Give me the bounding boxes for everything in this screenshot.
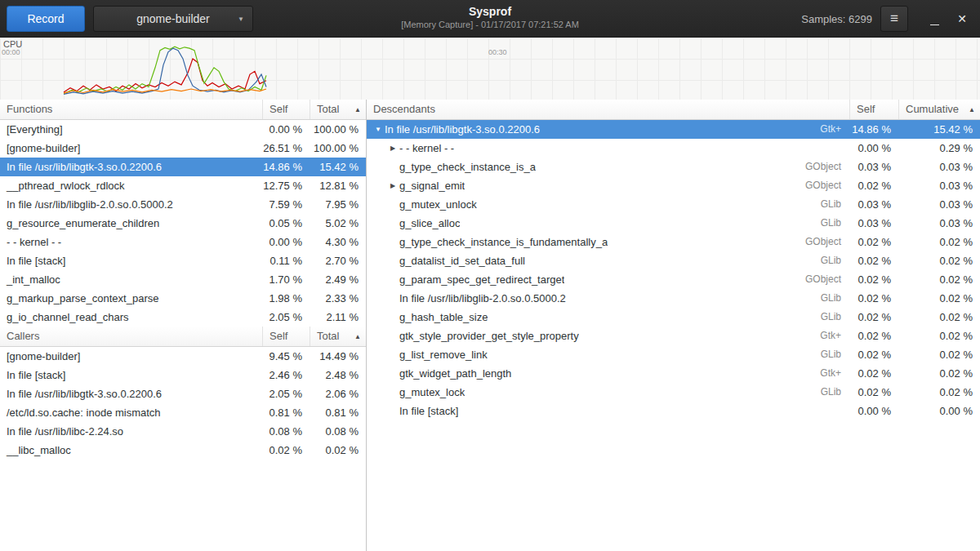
close-button[interactable]: ✕ bbox=[951, 7, 973, 30]
table-row[interactable]: In file /usr/lib/libgtk-3.so.0.2200.614.… bbox=[0, 158, 366, 176]
tree-row[interactable]: g_hash_table_sizeGLib0.02 %0.02 % bbox=[367, 308, 980, 327]
table-row[interactable]: [gnome-builder]9.45 %14.49 % bbox=[0, 347, 366, 366]
row-total-value: 100.00 % bbox=[310, 120, 366, 139]
tree-row[interactable]: g_type_check_instance_is_aGObject0.03 %0… bbox=[367, 158, 980, 176]
process-selector-dropdown[interactable]: gnome-builder ▼ bbox=[93, 6, 253, 32]
functions-table-header: Functions Self Total ▲ bbox=[0, 100, 366, 120]
row-cumulative-value: 0.03 % bbox=[898, 195, 980, 214]
cpu-graph-svg bbox=[0, 38, 980, 100]
minimize-button[interactable] bbox=[923, 7, 946, 30]
tree-row-name-cell: ▼In file /usr/lib/libgtk-3.so.0.2200.6Gt… bbox=[367, 120, 849, 139]
row-function-name: In file /usr/lib/libc-2.24.so bbox=[0, 422, 262, 441]
column-header-self[interactable]: Self bbox=[262, 327, 310, 346]
tree-row[interactable]: In file [stack]0.00 %0.00 % bbox=[367, 402, 980, 420]
tree-row[interactable]: g_type_check_instance_is_fundamentally_a… bbox=[367, 233, 980, 251]
row-total-value: 0.81 % bbox=[310, 403, 366, 422]
expander-expanded-icon[interactable]: ▼ bbox=[372, 120, 385, 139]
table-row[interactable]: g_io_channel_read_chars2.05 %2.11 % bbox=[0, 308, 366, 327]
row-category-label: Gtk+ bbox=[820, 120, 849, 139]
row-function-name: In file /usr/lib/libgtk-3.so.0.2200.6 bbox=[385, 120, 540, 139]
table-row[interactable]: __pthread_rwlock_rdlock12.75 %12.81 % bbox=[0, 176, 366, 195]
table-row[interactable]: _int_malloc1.70 %2.49 % bbox=[0, 270, 366, 289]
table-row[interactable]: [gnome-builder]26.51 %100.00 % bbox=[0, 139, 366, 158]
row-function-name: g_mutex_lock bbox=[399, 383, 465, 402]
row-function-name: g_type_check_instance_is_a bbox=[399, 158, 536, 176]
row-function-name: g_type_check_instance_is_fundamentally_a bbox=[399, 233, 608, 251]
left-pane: Functions Self Total ▲ [Everything]0.00 … bbox=[0, 100, 367, 551]
row-total-value: 2.06 % bbox=[310, 384, 366, 403]
tree-row[interactable]: ▼In file /usr/lib/libgtk-3.so.0.2200.6Gt… bbox=[367, 120, 980, 139]
row-function-name: g_markup_parse_context_parse bbox=[0, 289, 262, 308]
tree-row-name-cell: ▶g_signal_emitGObject bbox=[367, 176, 849, 195]
row-self-value: 0.02 % bbox=[849, 364, 898, 383]
row-function-name: In file /usr/lib/libglib-2.0.so.0.5000.2 bbox=[0, 195, 262, 214]
menu-button[interactable]: ≡ bbox=[880, 6, 908, 32]
table-row[interactable]: [Everything]0.00 %100.00 % bbox=[0, 120, 366, 139]
column-header-total[interactable]: Total ▲ bbox=[310, 100, 366, 119]
row-cumulative-value: 15.42 % bbox=[898, 120, 980, 139]
row-self-value: 1.70 % bbox=[262, 270, 310, 289]
row-cumulative-value: 0.03 % bbox=[898, 158, 980, 176]
tree-row[interactable]: ▶- - kernel - -0.00 %0.29 % bbox=[367, 139, 980, 158]
row-total-value: 5.02 % bbox=[310, 214, 366, 233]
descendants-table-header: Descendants Self Cumulative ▲ bbox=[367, 100, 980, 120]
record-button[interactable]: Record bbox=[7, 6, 85, 32]
row-category-label: Gtk+ bbox=[820, 364, 849, 383]
cpu-usage-graph[interactable]: CPU 00:00 00:30 bbox=[0, 38, 980, 100]
tree-row[interactable]: In file /usr/lib/libglib-2.0.so.0.5000.2… bbox=[367, 289, 980, 308]
table-row[interactable]: - - kernel - -0.00 %4.30 % bbox=[0, 233, 366, 251]
sort-indicator-icon: ▲ bbox=[354, 100, 361, 119]
row-self-value: 9.45 % bbox=[262, 347, 310, 366]
tree-row[interactable]: ▶g_signal_emitGObject0.02 %0.03 % bbox=[367, 176, 980, 195]
table-row[interactable]: g_markup_parse_context_parse1.98 %2.33 % bbox=[0, 289, 366, 308]
row-function-name: In file /usr/lib/libgtk-3.so.0.2200.6 bbox=[0, 384, 262, 403]
row-self-value: 2.05 % bbox=[262, 384, 310, 403]
table-row[interactable]: In file [stack]0.11 %2.70 % bbox=[0, 251, 366, 270]
row-function-name: g_datalist_id_set_data_full bbox=[399, 251, 525, 270]
column-header-descendants[interactable]: Descendants bbox=[367, 100, 849, 119]
expander-collapsed-icon[interactable]: ▶ bbox=[386, 176, 399, 195]
tree-row[interactable]: g_slice_allocGLib0.03 %0.03 % bbox=[367, 214, 980, 233]
table-row[interactable]: In file /usr/lib/libc-2.24.so0.08 %0.08 … bbox=[0, 422, 366, 441]
row-total-value: 2.70 % bbox=[310, 251, 366, 270]
tree-row[interactable]: g_mutex_lockGLib0.02 %0.02 % bbox=[367, 383, 980, 402]
table-row[interactable]: g_resource_enumerate_children0.05 %5.02 … bbox=[0, 214, 366, 233]
row-cumulative-value: 0.02 % bbox=[898, 251, 980, 270]
tree-row[interactable]: gtk_style_provider_get_style_propertyGtk… bbox=[367, 327, 980, 345]
column-header-total[interactable]: Total ▲ bbox=[310, 327, 366, 346]
column-header-functions[interactable]: Functions bbox=[0, 100, 262, 119]
tree-row-name-cell: g_mutex_unlockGLib bbox=[367, 195, 849, 214]
tree-row[interactable]: gtk_widget_path_lengthGtk+0.02 %0.02 % bbox=[367, 364, 980, 383]
tree-row[interactable]: g_mutex_unlockGLib0.03 %0.03 % bbox=[367, 195, 980, 214]
row-total-value: 4.30 % bbox=[310, 233, 366, 251]
table-row[interactable]: In file /usr/lib/libgtk-3.so.0.2200.62.0… bbox=[0, 384, 366, 403]
tree-row[interactable]: g_list_remove_linkGLib0.02 %0.02 % bbox=[367, 345, 980, 364]
table-row[interactable]: __libc_malloc0.02 %0.02 % bbox=[0, 441, 366, 460]
tree-row-name-cell: In file /usr/lib/libglib-2.0.so.0.5000.2… bbox=[367, 289, 849, 308]
row-self-value: 0.00 % bbox=[262, 120, 310, 139]
row-self-value: 0.00 % bbox=[849, 139, 898, 158]
row-self-value: 0.02 % bbox=[849, 345, 898, 364]
chevron-down-icon: ▼ bbox=[238, 16, 244, 23]
column-header-self[interactable]: Self bbox=[849, 100, 898, 119]
process-selector-label: gnome-builder bbox=[136, 12, 210, 25]
functions-table-body: [Everything]0.00 %100.00 %[gnome-builder… bbox=[0, 120, 366, 327]
table-row[interactable]: /etc/ld.so.cache: inode mismatch0.81 %0.… bbox=[0, 403, 366, 422]
tree-row[interactable]: g_datalist_id_set_data_fullGLib0.02 %0.0… bbox=[367, 251, 980, 270]
row-self-value: 12.75 % bbox=[262, 176, 310, 195]
table-row[interactable]: In file /usr/lib/libglib-2.0.so.0.5000.2… bbox=[0, 195, 366, 214]
row-category-label: GObject bbox=[805, 176, 849, 195]
row-self-value: 0.02 % bbox=[849, 308, 898, 327]
row-function-name: In file [stack] bbox=[0, 366, 262, 384]
expander-collapsed-icon[interactable]: ▶ bbox=[386, 139, 399, 158]
row-function-name: g_hash_table_size bbox=[399, 308, 488, 327]
column-header-self[interactable]: Self bbox=[262, 100, 310, 119]
table-row[interactable]: In file [stack]2.46 %2.48 % bbox=[0, 366, 366, 384]
tree-row[interactable]: g_param_spec_get_redirect_targetGObject0… bbox=[367, 270, 980, 289]
row-cumulative-value: 0.02 % bbox=[898, 364, 980, 383]
row-self-value: 2.46 % bbox=[262, 366, 310, 384]
column-header-callers[interactable]: Callers bbox=[0, 327, 262, 346]
column-header-cumulative[interactable]: Cumulative ▲ bbox=[898, 100, 980, 119]
row-function-name: gtk_widget_path_length bbox=[399, 364, 511, 383]
row-category-label: GLib bbox=[821, 308, 849, 327]
